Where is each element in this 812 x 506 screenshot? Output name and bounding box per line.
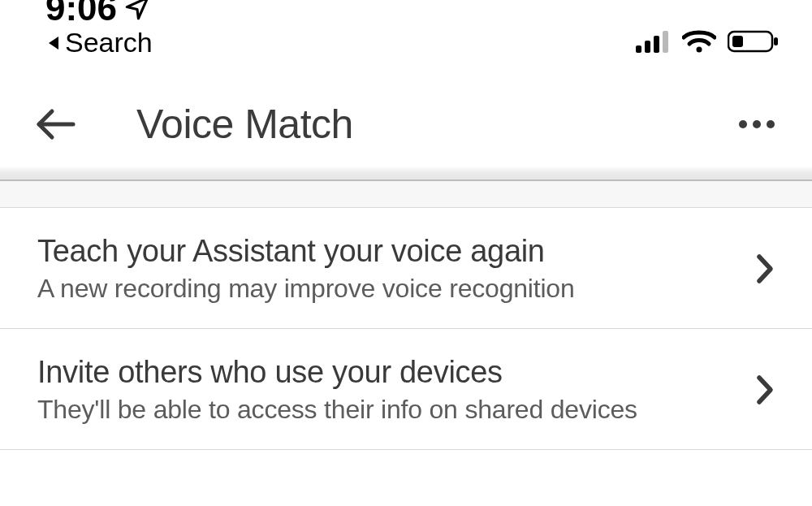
- option-title: Invite others who use your devices: [37, 355, 750, 390]
- svg-rect-7: [774, 37, 778, 45]
- option-teach-voice[interactable]: Teach your Assistant your voice again A …: [0, 208, 812, 329]
- svg-rect-6: [732, 36, 743, 47]
- option-subtitle: They'll be able to access their info on …: [37, 395, 750, 425]
- option-text: Invite others who use your devices They'…: [37, 355, 750, 425]
- back-triangle-icon: [45, 33, 62, 53]
- section-gap: [0, 181, 812, 208]
- option-title: Teach your Assistant your voice again: [37, 234, 750, 269]
- more-options-button[interactable]: [734, 102, 780, 147]
- back-button[interactable]: [32, 102, 78, 147]
- chevron-right-icon: [750, 253, 780, 284]
- page-title: Voice Match: [136, 101, 353, 148]
- status-breadcrumb-back[interactable]: Search: [45, 27, 153, 58]
- svg-point-10: [753, 120, 761, 128]
- status-left: 9:06 Search: [45, 0, 153, 58]
- status-bar: 9:06 Search: [0, 0, 812, 58]
- svg-point-4: [697, 47, 702, 53]
- wifi-icon: [682, 29, 716, 54]
- svg-point-11: [767, 120, 775, 128]
- option-subtitle: A new recording may improve voice recogn…: [37, 274, 750, 304]
- battery-icon: [728, 29, 780, 54]
- arrow-left-icon: [34, 108, 76, 141]
- svg-rect-0: [636, 45, 641, 53]
- svg-rect-3: [663, 31, 668, 53]
- cellular-signal-icon: [635, 29, 671, 54]
- header-shadow: [0, 167, 812, 181]
- option-text: Teach your Assistant your voice again A …: [37, 234, 750, 304]
- chevron-right-icon: [750, 374, 780, 405]
- location-arrow-icon: [123, 0, 151, 22]
- more-horizontal-icon: [738, 119, 775, 129]
- svg-rect-1: [645, 41, 650, 53]
- status-right: [635, 29, 780, 58]
- svg-rect-2: [654, 36, 659, 53]
- svg-point-9: [739, 120, 747, 128]
- option-invite-others[interactable]: Invite others who use your devices They'…: [0, 329, 812, 450]
- status-back-label: Search: [65, 27, 153, 58]
- screen-header: Voice Match: [0, 81, 812, 167]
- status-time: 9:06: [45, 0, 117, 28]
